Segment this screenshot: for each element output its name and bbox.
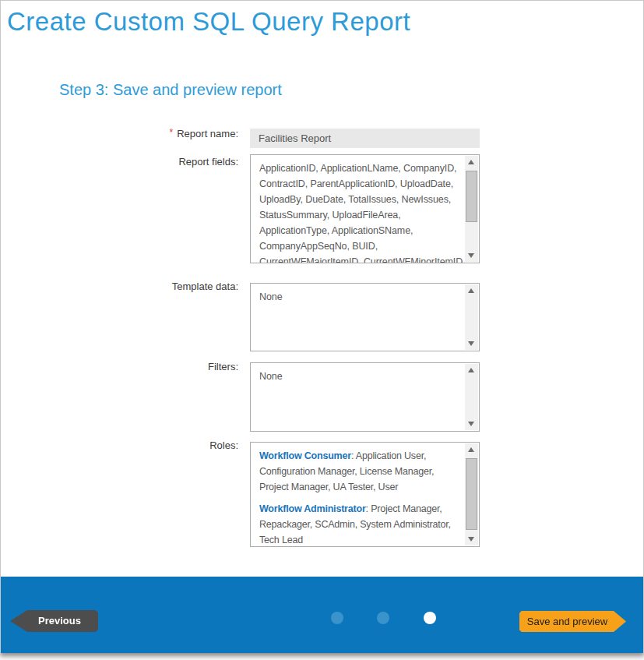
scrollbar-thumb[interactable]	[466, 171, 477, 222]
report-fields-line: UploadBy, DueDate, TotalIssues, NewIssue…	[259, 192, 463, 207]
scrollbar-thumb[interactable]	[466, 458, 477, 530]
scroll-down-icon[interactable]	[465, 337, 478, 350]
report-fields-line: CurrentWFMajorItemID, CurrentWFMinorItem…	[259, 254, 463, 263]
role-entry: Workflow Consumer: Application User, Con…	[259, 448, 463, 495]
wizard-footer: Previous Save and preview	[1, 577, 643, 653]
report-fields-line: ContractID, ParentApplicationID, UploadD…	[259, 176, 463, 192]
wizard-page: Create Custom SQL Query Report Step 3: S…	[0, 0, 644, 653]
filters-scrollbar[interactable]	[465, 364, 478, 430]
filters-box[interactable]: None	[250, 362, 480, 432]
required-asterisk: *	[170, 127, 174, 138]
filters-value: None	[251, 363, 463, 384]
roles-scrollbar[interactable]	[465, 443, 478, 545]
scroll-up-icon[interactable]	[465, 284, 478, 298]
scroll-up-icon[interactable]	[465, 364, 478, 377]
template-data-label: Template data:	[48, 281, 238, 292]
scroll-down-icon[interactable]	[465, 417, 478, 430]
template-data-value: None	[251, 284, 463, 305]
scroll-up-icon[interactable]	[465, 156, 478, 169]
roles-box[interactable]: Workflow Consumer: Application User, Con…	[250, 442, 480, 547]
step-dot-2	[377, 612, 389, 624]
report-fields-line: StatusSummary, UploadFileArea,	[259, 207, 463, 223]
report-fields-line: CompanyAppSeqNo, BUID,	[259, 238, 463, 254]
step-dot-3	[424, 612, 436, 624]
step-heading: Step 3: Save and preview report	[59, 81, 282, 99]
report-fields-scrollbar[interactable]	[465, 156, 478, 262]
report-fields-line: ApplicationID, ApplicationLName, Company…	[259, 161, 463, 176]
roles-label: Roles:	[48, 439, 238, 451]
role-name: Workflow Administrator	[259, 503, 366, 514]
template-data-scrollbar[interactable]	[465, 284, 478, 350]
template-data-box[interactable]: None	[250, 283, 480, 351]
report-fields-line: ApplicationType, ApplicationSName,	[259, 223, 463, 238]
page-title: Create Custom SQL Query Report	[7, 7, 410, 37]
role-name: Workflow Consumer	[259, 450, 351, 461]
step-indicator	[331, 612, 440, 624]
filters-label: Filters:	[48, 361, 238, 372]
scroll-down-icon[interactable]	[465, 249, 478, 262]
step-dot-1	[331, 612, 343, 624]
save-and-preview-button[interactable]: Save and preview	[519, 611, 626, 632]
scroll-up-icon[interactable]	[465, 443, 478, 457]
report-name-input[interactable]: Facilities Report	[250, 129, 480, 148]
role-entry: Workflow Administrator: Project Manager,…	[259, 501, 463, 547]
previous-button[interactable]: Previous	[10, 610, 98, 632]
report-name-label-text: Report name:	[177, 128, 238, 139]
report-name-label: *Report name:	[48, 128, 238, 139]
report-fields-box[interactable]: ApplicationID, ApplicationLName, Company…	[250, 154, 480, 263]
scroll-down-icon[interactable]	[465, 532, 478, 545]
report-fields-label: Report fields:	[48, 156, 238, 168]
